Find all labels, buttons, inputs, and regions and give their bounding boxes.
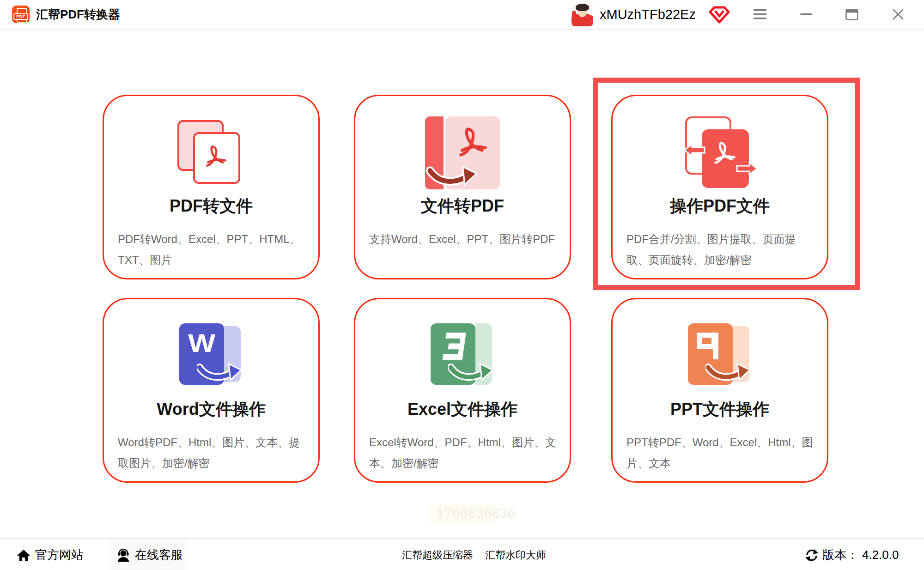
hamburger-menu-icon xyxy=(754,9,766,20)
avatar-hair xyxy=(576,4,589,11)
convert-arrow-icon xyxy=(424,161,480,188)
card-title: Word文件操作 xyxy=(104,398,318,421)
acrobat-glyph xyxy=(454,123,492,160)
card-title: PDF转文件 xyxy=(104,195,318,218)
ppt-glyph xyxy=(695,332,724,362)
hamburger-menu-button[interactable] xyxy=(747,0,773,29)
card-ppt-operations[interactable]: PPT文件操作 PPT转PDF、Word、Excel、Html、图片、文本 xyxy=(611,298,828,483)
refresh-icon[interactable] xyxy=(805,549,819,562)
card-excel-operations[interactable]: Excel文件操作 Excel转Word、PDF、Html、图片、文本、加密/解… xyxy=(354,298,571,483)
card-title: Excel文件操作 xyxy=(355,398,570,421)
vip-gem-icon[interactable] xyxy=(709,6,730,24)
close-button[interactable] xyxy=(885,0,912,29)
card-title: 文件转PDF xyxy=(355,195,570,218)
maximize-button[interactable] xyxy=(839,0,865,29)
word-operations-icon: W xyxy=(173,320,249,394)
version-area: 版本：4.2.0.0 xyxy=(805,539,899,570)
convert-arrow-icon xyxy=(197,358,241,383)
app-title: 汇帮PDF转换器 xyxy=(36,0,120,29)
card-description: Excel转Word、PDF、Html、图片、文本、加密/解密 xyxy=(369,432,559,473)
word-letter: W xyxy=(176,328,227,358)
card-title: 操作PDF文件 xyxy=(613,195,827,218)
convert-arrow-icon xyxy=(448,358,492,383)
card-description: 支持Word、Excel、PPT、图片转PDF xyxy=(369,229,559,249)
acrobat-glyph xyxy=(202,142,231,169)
avatar-accent xyxy=(572,11,576,18)
acrobat-glyph xyxy=(710,139,740,166)
username-label[interactable]: xMUzhTFb22Ez xyxy=(600,0,696,29)
minimize-button[interactable] xyxy=(793,0,820,29)
official-website-label: 官方网站 xyxy=(35,547,83,563)
card-description: PDF合并/分割、图片提取、页面提取、页面旋转、加密/解密 xyxy=(626,229,816,270)
app-logo-icon: PDF xyxy=(12,6,30,23)
watermark: 1760836836 xyxy=(430,504,493,523)
card-word-operations[interactable]: W Word文件操作 Word转PDF、Html、图片、文本、提取图片、加密/解… xyxy=(103,298,320,483)
version-label: 版本： xyxy=(822,547,858,563)
excel-operations-icon xyxy=(424,320,501,394)
card-description: PPT转PDF、Word、Excel、Html、图片、文本 xyxy=(626,432,816,473)
footer-bar: 官方网站 在线客服 汇帮超级压缩器 汇帮水印大师 版本：4.2.0.0 xyxy=(0,538,924,570)
arrow-right-icon xyxy=(736,162,758,176)
online-service-label: 在线客服 xyxy=(135,547,183,563)
card-title: PPT文件操作 xyxy=(613,398,827,421)
maximize-icon xyxy=(845,9,858,20)
arrow-left-icon xyxy=(683,143,705,157)
card-operate-pdf[interactable]: 操作PDF文件 PDF合并/分割、图片提取、页面提取、页面旋转、加密/解密 xyxy=(611,95,828,279)
card-file-to-pdf[interactable]: 文件转PDF 支持Word、Excel、PPT、图片转PDF xyxy=(354,95,571,279)
home-icon xyxy=(17,549,30,562)
watermark-master-link[interactable]: 汇帮水印大师 xyxy=(485,539,546,570)
title-bar: PDF 汇帮PDF转换器 xMUzhTFb22Ez xyxy=(0,0,924,30)
file-to-pdf-icon xyxy=(424,116,501,190)
operate-pdf-icon xyxy=(681,116,758,190)
version-value: 4.2.0.0 xyxy=(862,548,899,562)
convert-arrow-icon xyxy=(705,358,750,383)
card-pdf-to-file[interactable]: PDF转文件 PDF转Word、Excel、PPT、HTML、TXT、图片 xyxy=(103,95,320,279)
user-avatar[interactable] xyxy=(571,3,593,26)
card-description: Word转PDF、Html、图片、文本、提取图片、加密/解密 xyxy=(118,432,307,473)
pdf-to-file-icon xyxy=(173,116,249,190)
excel-glyph xyxy=(437,333,469,361)
pdf-label: PDF xyxy=(13,13,28,20)
headset-person-icon xyxy=(116,548,130,562)
card-description: PDF转Word、Excel、PPT、HTML、TXT、图片 xyxy=(118,229,307,270)
online-service-link[interactable]: 在线客服 xyxy=(116,539,183,570)
super-compressor-link[interactable]: 汇帮超级压缩器 xyxy=(402,539,473,570)
official-website-link[interactable]: 官方网站 xyxy=(17,539,83,570)
close-icon xyxy=(892,8,904,20)
ppt-operations-icon xyxy=(681,320,758,394)
minimize-icon xyxy=(800,13,812,16)
